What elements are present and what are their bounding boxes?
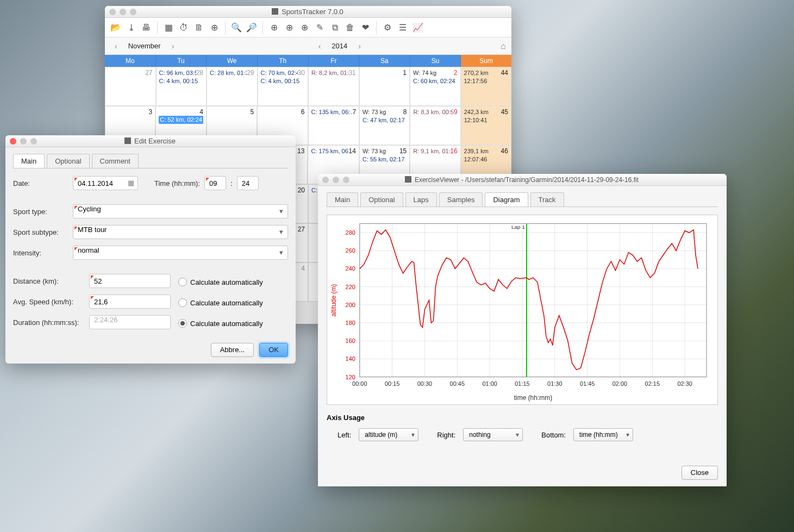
edit-titlebar[interactable]: Edit Exercise [5, 135, 296, 147]
subtype-dropdown[interactable]: MTB tour [73, 225, 288, 239]
calendar-cell[interactable]: 30C: 70 km, 02:47C: 4 km, 00:15 [258, 67, 309, 106]
svg-text:180: 180 [346, 320, 355, 326]
sport-dropdown[interactable]: Cycling [73, 204, 288, 218]
svg-text:01:00: 01:00 [482, 380, 497, 387]
calendar-cell[interactable]: 1 [359, 67, 410, 106]
calendar-entry[interactable]: 242,3 km [464, 108, 501, 116]
calendar-entry[interactable]: C: 52 km, 02:24 [159, 116, 203, 124]
calendar-entry[interactable]: R: 8,3 km, 00:59 [413, 108, 454, 116]
delete-icon[interactable]: 🗑 [343, 21, 357, 34]
speed-label: Avg. Speed (km/h): [13, 298, 89, 306]
open-icon[interactable]: 📂 [109, 21, 122, 34]
calendar-cell[interactable]: 31R: 8,2 km, 01:04 [308, 67, 359, 106]
calendar-entry[interactable]: C: 135 km, 06:… [311, 108, 353, 116]
calendar-entry[interactable]: C: 28 km, 01:36 [210, 69, 247, 77]
svg-text:time (hh:mm): time (hh:mm) [514, 394, 552, 402]
next-month-icon[interactable]: › [167, 42, 179, 51]
calendar-cell[interactable]: 8W: 73 kgC: 47 km, 02:17 [359, 106, 410, 145]
abort-button[interactable]: Abbre... [211, 343, 254, 357]
filter-icon[interactable]: ☰ [396, 21, 409, 34]
prev-month-icon[interactable]: ‹ [110, 42, 122, 51]
zoom-out-icon[interactable]: 🔎 [245, 21, 258, 34]
calendar-entry[interactable]: C: 70 km, 02:47 [261, 69, 298, 77]
edit-window: Edit Exercise Main Optional Comment Date… [5, 135, 296, 364]
calendar-cell[interactable]: 29C: 28 km, 01:36 [207, 67, 258, 106]
bottom-axis-dropdown[interactable]: time (hh:mm) [573, 428, 633, 441]
calendar-icon[interactable]: ▦ [128, 179, 134, 187]
tab-samples[interactable]: Samples [439, 192, 483, 206]
hrm-icon[interactable]: ❤ [359, 21, 372, 34]
ok-button[interactable]: OK [259, 343, 288, 357]
calendar-entry[interactable]: 270,2 km [464, 69, 501, 77]
calendar-entry[interactable]: W: 73 kg [362, 147, 399, 155]
print-icon[interactable]: 🖶 [140, 21, 153, 34]
calendar-entry[interactable]: 12:10:41 [464, 116, 508, 124]
right-axis-label: Right: [437, 431, 455, 439]
calendar-cell[interactable]: 2W: 74 kgC: 60 km, 02:24 [410, 67, 461, 106]
settings-icon[interactable]: ⚙ [381, 21, 394, 34]
calendar-entry[interactable]: W: 73 kg [362, 108, 403, 116]
calendar-cell[interactable]: 7C: 135 km, 06:… [308, 106, 360, 145]
calendar-entry[interactable]: C: 55 km, 02:17 [362, 155, 407, 164]
add-note-icon[interactable]: ⊕ [283, 21, 296, 34]
calendar-view-icon[interactable]: ▦ [162, 21, 175, 34]
add-weight-icon[interactable]: ⊕ [298, 21, 311, 34]
next-year-icon[interactable]: › [354, 42, 365, 51]
calendar-entry[interactable]: 12:17:56 [464, 77, 509, 85]
calendar-entry[interactable]: C: 4 km, 00:15 [261, 77, 305, 85]
time-mm-field[interactable] [237, 176, 259, 190]
prev-year-icon[interactable]: ‹ [314, 42, 326, 51]
calendar-cell[interactable]: 44270,2 km12:17:56 [461, 67, 512, 106]
edit-icon[interactable]: ✎ [313, 21, 326, 34]
calendar-entry[interactable]: 239,1 km [464, 147, 501, 155]
calendar-entry[interactable]: 12:07:46 [464, 155, 508, 164]
save-icon[interactable]: ⤓ [124, 21, 137, 34]
tab-track[interactable]: Track [530, 192, 564, 206]
svg-rect-40 [360, 223, 707, 377]
calendar-entry[interactable]: R: 8,2 km, 01:04 [311, 69, 348, 77]
close-button[interactable]: Close [682, 466, 718, 480]
main-titlebar[interactable]: SportsTracker 7.0.0 [105, 6, 511, 18]
today-icon[interactable]: ⌂ [501, 41, 506, 51]
viewer-titlebar[interactable]: ExerciseViewer - /Users/stefan/Training/… [318, 174, 727, 186]
tab-main[interactable]: Main [327, 192, 358, 206]
note-icon[interactable]: 🗎 [192, 21, 205, 34]
tab-main[interactable]: Main [13, 154, 45, 168]
calendar-entry[interactable]: C: 47 km, 02:17 [362, 116, 407, 124]
calendar-entry[interactable]: R: 9,1 km, 01:00 [413, 147, 450, 155]
date-label: Date: [13, 179, 73, 187]
calendar-entry[interactable]: C: 96 km, 03:56 [159, 69, 196, 77]
intensity-dropdown[interactable]: normal [73, 246, 288, 260]
calendar-cell[interactable]: 28C: 96 km, 03:56C: 4 km, 00:15 [156, 67, 207, 106]
duration-auto-label: Calculate automatically [190, 320, 263, 328]
stats-icon[interactable]: 📈 [411, 21, 424, 34]
calendar-entry[interactable]: C: 60 km, 02:24 [413, 77, 458, 85]
add-exercise-icon[interactable]: ⊕ [267, 21, 280, 34]
distance-field[interactable] [89, 274, 171, 288]
speed-auto-radio[interactable] [178, 298, 187, 307]
left-axis-dropdown[interactable]: altitude (m) [359, 428, 418, 441]
tab-optional[interactable]: Optional [360, 192, 403, 206]
copy-icon[interactable]: ⧉ [328, 21, 341, 34]
right-axis-dropdown[interactable]: nothing [463, 428, 523, 441]
stopwatch-icon[interactable]: ⏱ [177, 21, 190, 34]
tab-laps[interactable]: Laps [405, 192, 437, 206]
zoom-in-icon[interactable]: 🔍 [230, 21, 243, 34]
tab-optional[interactable]: Optional [47, 154, 89, 168]
calendar-cell[interactable]: 45242,3 km12:10:41 [461, 106, 511, 145]
date-field[interactable]: ▦ [73, 176, 138, 190]
calendar-entry[interactable]: C: 175 km, 06:… [311, 147, 348, 155]
calendar-cell[interactable]: 27 [105, 67, 156, 106]
calendar-cell[interactable]: 9R: 8,3 km, 00:59 [410, 106, 460, 145]
speed-field[interactable] [89, 295, 171, 309]
sport-label: Sport type: [13, 208, 73, 216]
time-label: Time (hh:mm): [154, 179, 200, 187]
weight-icon[interactable]: ⊕ [208, 21, 221, 34]
tab-comment[interactable]: Comment [92, 154, 139, 168]
time-hh-field[interactable] [204, 176, 226, 190]
calendar-entry[interactable]: C: 4 km, 00:15 [159, 77, 204, 85]
tab-diagram[interactable]: Diagram [485, 192, 528, 206]
calendar-entry[interactable]: W: 74 kg [413, 69, 454, 77]
dist-auto-radio[interactable] [178, 278, 187, 286]
duration-auto-radio[interactable] [178, 319, 187, 328]
